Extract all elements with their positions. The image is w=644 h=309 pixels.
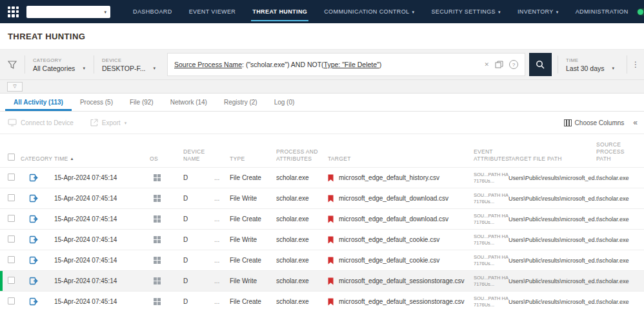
row-event-attributes: SOU...PATH HASH 7176Us... [474,295,508,308]
row-truncated-ellipsis: ... [214,174,230,181]
row-target-file-path: Users\Public\results\microsoft_ed... [508,237,596,243]
filter-more-options-icon[interactable]: ⋮ [627,50,644,79]
tab-registry[interactable]: Registry (2) [216,94,266,111]
row-type: File Create [230,215,276,223]
query-input[interactable]: Source Process Name : ("scholar.exe") AN… [167,53,525,76]
row-checkbox[interactable] [8,215,15,222]
row-device-name: D [183,277,214,284]
row-event-attributes: SOU...PATH HASH 7176Us... [474,275,508,287]
col-os[interactable]: OS [150,155,183,164]
nav-item-administration[interactable]: ADMINISTRATION [567,0,637,23]
row-type: File Create [230,174,276,181]
row-checkbox[interactable] [8,297,15,304]
tab-log[interactable]: Log (0) [266,94,303,111]
row-checkbox[interactable] [8,174,15,181]
malicious-file-icon [328,195,334,203]
row-process: scholar.exe [276,236,328,243]
row-device-name: D [183,257,214,264]
table-row[interactable]: 15-Apr-2024 07:45:14 D ... File Create s… [0,250,644,270]
col-device-name[interactable]: DEVICE NAME [183,148,214,164]
time-filter[interactable]: TIME Last 30 days▾ [558,50,627,79]
row-checkbox[interactable] [8,235,15,243]
col-event-attributes[interactable]: EVENT ATTRIBUTES [474,148,508,164]
row-target: microsoft_edge_default_cookie.csv [339,257,439,264]
table-row[interactable]: 15-Apr-2024 07:45:14 D ... File Create s… [0,167,644,188]
device-filter-value: DESKTOP-F... [102,65,146,72]
query-closing-paren: ) [379,61,382,68]
col-process-attributes[interactable]: PROCESS AND ATTRIBUTES [276,148,328,164]
row-device-name: D [183,215,214,223]
row-process: scholar.exe [276,257,328,264]
category-filter[interactable]: CATEGORY All Categories▾ [25,50,94,79]
table-row[interactable]: 15-Apr-2024 07:45:14 D ... File Write sc… [0,188,644,208]
query-help-icon[interactable]: ? [509,60,518,69]
time-filter-label: TIME [566,57,619,63]
nav-item-event-viewer[interactable]: EVENT VIEWER [181,0,245,23]
row-checkbox[interactable] [8,277,15,284]
export-icon [90,119,98,126]
row-process: scholar.exe [276,277,328,284]
chevron-down-icon: ▾ [412,10,414,14]
tab-network[interactable]: Network (14) [162,94,216,111]
saved-queries-icon[interactable] [495,61,503,68]
device-filter[interactable]: DEVICE DESKTOP-F...▾ [94,50,163,79]
row-target-file-path: Users\Public\results\microsoft_ed... [508,195,596,202]
nav-item-inventory[interactable]: INVENTORY▾ [509,0,567,23]
filter-funnel-button[interactable] [0,50,25,79]
col-time[interactable]: TIME▲ [54,155,150,164]
nav-item-security-settings[interactable]: SECURITY SETTINGS▾ [423,0,509,23]
chevron-down-icon: ▾ [125,121,127,125]
col-category[interactable]: CATEGORY [21,155,54,164]
row-event-attributes: SOU...PATH HASH 7176Us... [474,234,508,246]
windows-os-icon [154,236,161,243]
export-button[interactable]: Export ▾ [90,119,126,126]
tab-all-activity[interactable]: All Activity (113) [5,94,72,111]
row-device-name: D [183,236,214,243]
malicious-file-icon [328,298,334,306]
chevron-down-icon: ▾ [104,10,106,14]
activity-tabs: All Activity (113) Process (5) File (92)… [0,94,644,112]
row-type: File Write [230,195,276,202]
col-type[interactable]: TYPE [230,155,276,164]
tab-process[interactable]: Process (5) [72,94,121,111]
row-target-file-path: Users\Public\results\microsoft_ed... [508,278,596,284]
col-target-file-path[interactable]: TARGET FILE PATH [508,155,596,164]
row-checkbox[interactable] [8,256,15,263]
search-button[interactable] [529,53,552,76]
row-source-process-path: t\scholar.exe [596,195,644,202]
table-row[interactable]: 15-Apr-2024 07:45:14 D ... File Write sc… [0,270,644,291]
nav-item-communication-control[interactable]: COMMUNICATION CONTROL▾ [316,0,423,23]
row-time: 15-Apr-2024 07:45:14 [54,236,150,243]
row-type: File Create [230,257,276,264]
chevron-down-icon: ▾ [556,10,559,14]
row-type: File Create [230,298,276,305]
choose-columns-button[interactable]: Choose Columns [564,119,625,126]
row-time: 15-Apr-2024 07:45:14 [54,277,150,284]
clear-query-icon[interactable]: ✕ [484,61,489,68]
nav-item-threat-hunting[interactable]: THREAT HUNTING [244,0,316,23]
file-category-icon [29,194,39,203]
prevention-toggle[interactable] [637,8,644,15]
table-row[interactable]: 15-Apr-2024 07:45:14 D ... File Write sc… [0,229,644,250]
connect-to-device-button[interactable]: Connect to Device [8,119,74,126]
collapse-panel-icon[interactable]: « [632,118,639,127]
collapse-filters-button[interactable]: ▽ [7,82,23,92]
organization-select[interactable]: ▾ [26,6,110,18]
row-checkbox[interactable] [8,194,15,201]
table-header: CATEGORY TIME▲ OS DEVICE NAME TYPE PROCE… [0,134,644,167]
tab-file[interactable]: File (92) [121,94,162,111]
file-category-icon [29,235,39,244]
row-truncated-ellipsis: ... [214,236,230,243]
file-category-icon [29,214,39,224]
table-row[interactable]: 15-Apr-2024 07:45:14 D ... File Create s… [0,291,644,309]
table-row[interactable]: 15-Apr-2024 07:45:14 D ... File Create s… [0,208,644,229]
nav-item-dashboard[interactable]: DASHBOARD [125,0,181,23]
search-icon [536,60,545,70]
col-target[interactable]: TARGET [328,155,474,164]
select-all-checkbox[interactable] [8,154,15,161]
row-time: 15-Apr-2024 07:45:14 [54,257,150,264]
row-truncated-ellipsis: ... [214,277,230,284]
prevention-mode-control[interactable]: Prevention ▾ [637,8,644,15]
col-source-process-path[interactable]: SOURCE PROCESS PATH [596,141,644,164]
chevron-down-icon: ▾ [498,10,501,14]
